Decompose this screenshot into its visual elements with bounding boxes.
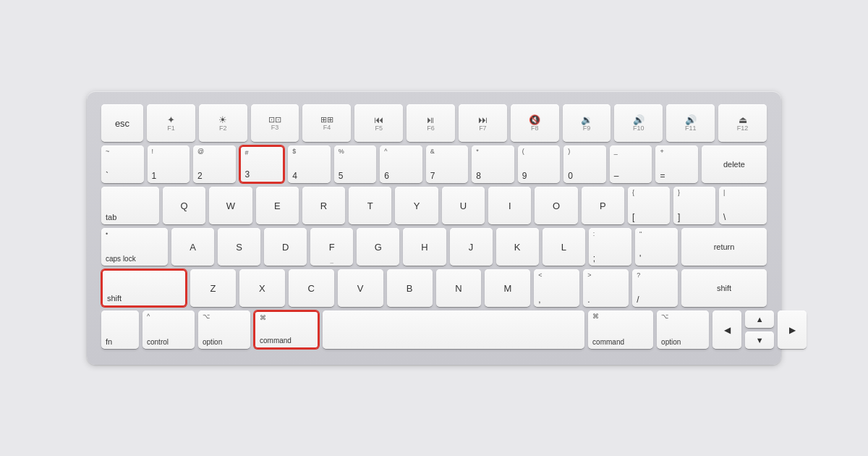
key-5[interactable]: % 5 <box>334 145 377 183</box>
key-b[interactable]: B <box>387 269 433 307</box>
key-f[interactable]: F _ <box>310 228 353 266</box>
key-option-left[interactable]: ⌥ option <box>198 311 250 349</box>
key-f4[interactable]: ⊞⊞ F4 <box>302 104 351 142</box>
key-space[interactable] <box>323 311 584 349</box>
key-option-right[interactable]: ⌥ option <box>657 311 709 349</box>
key-fn[interactable]: fn <box>101 311 139 349</box>
key-7[interactable]: & 7 <box>426 145 469 183</box>
key-return[interactable]: return <box>681 228 767 266</box>
key-e[interactable]: E <box>256 187 299 224</box>
key-f6[interactable]: ⏯ F6 <box>407 104 455 142</box>
key-9[interactable]: ( 9 <box>518 145 561 183</box>
key-k[interactable]: K <box>496 228 539 266</box>
key-d[interactable]: D <box>264 228 307 266</box>
key-y[interactable]: Y <box>395 187 438 224</box>
key-w[interactable]: W <box>209 187 252 224</box>
key-8[interactable]: * 8 <box>472 145 514 183</box>
key-q[interactable]: Q <box>163 187 205 224</box>
key-quote[interactable]: " ' <box>635 228 678 266</box>
key-command-right[interactable]: ⌘ command <box>588 311 653 349</box>
key-semicolon[interactable]: : ; <box>589 228 631 266</box>
key-3[interactable]: # 3 <box>239 145 285 183</box>
key-v[interactable]: V <box>338 269 383 307</box>
key-z[interactable]: Z <box>190 269 236 307</box>
key-g[interactable]: G <box>357 228 399 266</box>
key-control[interactable]: ^ control <box>142 311 195 349</box>
key-comma[interactable]: < , <box>534 269 579 307</box>
key-s[interactable]: S <box>218 228 260 266</box>
key-equals[interactable]: + = <box>655 145 698 183</box>
key-delete[interactable]: delete <box>702 145 767 183</box>
key-4[interactable]: $ 4 <box>288 145 331 183</box>
asdf-row: • caps lock A S D F _ G H J K L : ; " ' … <box>101 228 767 266</box>
key-t[interactable]: T <box>349 187 391 224</box>
key-arrow-down[interactable]: ▼ <box>745 332 774 349</box>
key-f9[interactable]: 🔉 F9 <box>563 104 611 142</box>
modifier-row: fn ^ control ⌥ option ⌘ command ⌘ comman… <box>101 311 767 349</box>
key-tab[interactable]: tab <box>101 187 159 224</box>
key-f5[interactable]: ⏮ F5 <box>354 104 403 142</box>
key-0[interactable]: ) 0 <box>563 145 606 183</box>
key-f3[interactable]: ⊡⊡ F3 <box>251 104 299 142</box>
key-backtick[interactable]: ~ ` <box>101 145 144 183</box>
key-f7[interactable]: ⏭ F7 <box>459 104 507 142</box>
key-m[interactable]: M <box>485 269 530 307</box>
key-c[interactable]: C <box>289 269 334 307</box>
key-esc[interactable]: esc <box>101 104 143 142</box>
key-2[interactable]: @ 2 <box>193 145 236 183</box>
key-u[interactable]: U <box>442 187 485 224</box>
key-minus[interactable]: _ – <box>610 145 652 183</box>
key-f11[interactable]: 🔊 F11 <box>666 104 715 142</box>
key-open-bracket[interactable]: { [ <box>628 187 670 224</box>
key-f10[interactable]: 🔊 F10 <box>614 104 663 142</box>
key-close-bracket[interactable]: } ] <box>673 187 715 224</box>
keyboard: esc ✦ F1 ☀ F2 ⊡⊡ F3 ⊞⊞ F4 ⏮ F5 ⏯ F6 ⏭ F7 <box>87 91 781 365</box>
key-o[interactable]: O <box>535 187 577 224</box>
number-row: ~ ` ! 1 @ 2 # 3 $ 4 % 5 ^ 6 & 7 <box>101 145 767 183</box>
key-6[interactable]: ^ 6 <box>380 145 422 183</box>
key-backslash[interactable]: | \ <box>719 187 767 224</box>
key-f1[interactable]: ✦ F1 <box>147 104 195 142</box>
key-slash[interactable]: ? / <box>632 269 678 307</box>
key-arrow-left[interactable]: ◀ <box>712 311 741 349</box>
key-r[interactable]: R <box>302 187 345 224</box>
key-command-left[interactable]: ⌘ command <box>254 311 319 349</box>
key-j[interactable]: J <box>450 228 493 266</box>
key-f2[interactable]: ☀ F2 <box>199 104 247 142</box>
key-shift-left[interactable]: shift <box>101 269 187 307</box>
key-arrow-up[interactable]: ▲ <box>745 311 774 328</box>
key-x[interactable]: X <box>239 269 285 307</box>
key-1[interactable]: ! 1 <box>148 145 190 183</box>
key-f12[interactable]: ⏏ F12 <box>718 104 767 142</box>
qwerty-row: tab Q W E R T Y U I O P { [ } ] | \ <box>101 187 767 224</box>
fn-row: esc ✦ F1 ☀ F2 ⊡⊡ F3 ⊞⊞ F4 ⏮ F5 ⏯ F6 ⏭ F7 <box>101 104 767 142</box>
key-n[interactable]: N <box>436 269 482 307</box>
key-arrow-right[interactable]: ▶ <box>778 311 807 349</box>
key-p[interactable]: P <box>582 187 624 224</box>
key-a[interactable]: A <box>171 228 214 266</box>
key-shift-right[interactable]: shift <box>681 269 767 307</box>
key-f8[interactable]: 🔇 F8 <box>511 104 559 142</box>
zxcv-row: shift Z X C V B N M < , > . ? / shift <box>101 269 767 307</box>
key-i[interactable]: I <box>488 187 531 224</box>
key-l[interactable]: L <box>542 228 585 266</box>
key-h[interactable]: H <box>403 228 446 266</box>
key-period[interactable]: > . <box>583 269 629 307</box>
key-caps-lock[interactable]: • caps lock <box>101 228 168 266</box>
